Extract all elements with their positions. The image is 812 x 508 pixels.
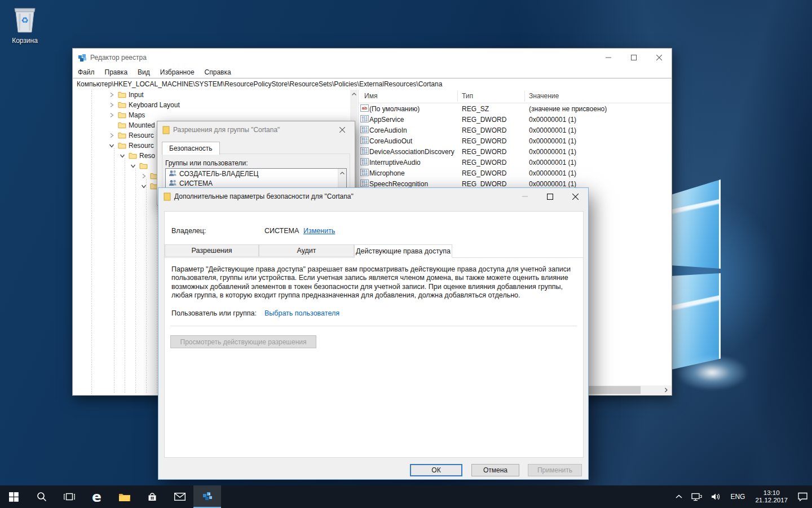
taskbar-task-view-button[interactable] (55, 485, 83, 508)
scroll-up-icon[interactable] (350, 90, 358, 98)
close-button[interactable] (646, 49, 672, 66)
start-icon (9, 492, 19, 502)
change-owner-link[interactable]: Изменить (303, 227, 335, 235)
value-data: 0x00000001 (1) (529, 126, 576, 134)
tray-chevron-up-icon[interactable] (671, 485, 687, 508)
group-list-item[interactable]: СИСТЕМА (166, 178, 346, 188)
search-icon (37, 492, 47, 502)
ok-button[interactable]: ОК (410, 464, 462, 476)
select-user-link[interactable]: Выбрать пользователя (264, 309, 339, 317)
scroll-right-icon[interactable] (662, 386, 670, 394)
address-bar[interactable]: Компьютер\HKEY_LOCAL_MACHINE\SYSTEM\Reso… (73, 78, 672, 90)
menu-item[interactable]: Вид (133, 66, 155, 78)
permissions-titlebar[interactable]: Разрешения для группы "Cortana" (157, 121, 355, 138)
recycle-bin[interactable]: ♻ Корзина (5, 5, 45, 45)
column-name[interactable]: Имя (364, 92, 377, 100)
value-name: Microphone (369, 169, 405, 177)
folder-icon (129, 152, 137, 159)
tree-item-label: Maps (129, 111, 145, 119)
advanced-security-dialog: Дополнительные параметры безопасности дл… (158, 187, 589, 480)
chevron-down-icon[interactable] (120, 153, 125, 159)
clock[interactable]: 13:10 21.12.2017 (749, 489, 793, 504)
regedit-app-icon (78, 53, 87, 62)
registry-value-row[interactable]: 011110MicrophoneREG_DWORD0x00000001 (1) (359, 168, 672, 178)
users-icon (169, 170, 177, 177)
desktop: ♻ Корзина Редактор реестра ФайлПравкаВид… (0, 0, 812, 508)
registry-value-row[interactable]: 011110InterruptiveAudioREG_DWORD0x000000… (359, 157, 672, 168)
tab-permissions[interactable]: Разрешения (165, 244, 259, 257)
tab-auditing[interactable]: Аудит (259, 244, 354, 257)
minimize-button[interactable] (512, 188, 537, 205)
taskbar-search-button[interactable] (28, 485, 55, 508)
volume-icon[interactable] (707, 485, 726, 508)
column-type[interactable]: Тип (462, 92, 473, 100)
file-explorer-icon (118, 492, 131, 502)
chevron-right-icon[interactable] (109, 102, 114, 108)
tree-item[interactable]: Maps (73, 110, 350, 120)
value-type: REG_DWORD (462, 137, 506, 145)
taskbar-file-explorer-button[interactable] (111, 485, 138, 508)
chevron-down-icon[interactable] (109, 143, 114, 148)
tree-item-label: Reso (139, 152, 155, 160)
menu-item[interactable]: Избранное (155, 66, 200, 78)
taskbar-mail-button[interactable] (166, 485, 193, 508)
value-name: CoreAudioOut (369, 137, 412, 145)
group-list-item[interactable]: СОЗДАТЕЛЬ-ВЛАДЕЛЕЦ (166, 169, 346, 178)
dword-value-icon: 011110 (360, 115, 369, 122)
tree-guide-line (146, 179, 147, 393)
value-data: 0x00000001 (1) (529, 169, 576, 177)
menu-item[interactable]: Справка (200, 66, 236, 78)
chevron-right-icon[interactable] (109, 133, 114, 138)
column-data[interactable]: Значение (529, 92, 559, 100)
taskbar-regedit-button[interactable] (193, 485, 221, 508)
value-data: (значение не присвоено) (529, 105, 607, 113)
minimize-button[interactable] (595, 49, 621, 66)
registry-value-row[interactable]: 011110AppServiceREG_DWORD0x00000001 (1) (359, 114, 672, 125)
chevron-down-icon[interactable] (141, 183, 147, 189)
folder-icon (118, 101, 126, 108)
values-header[interactable]: Имя Тип Значение (359, 90, 672, 103)
address-path: Компьютер\HKEY_LOCAL_MACHINE\SYSTEM\Reso… (77, 80, 442, 88)
close-icon[interactable] (329, 121, 355, 138)
cancel-button[interactable]: Отмена (471, 464, 519, 476)
taskbar-store-button[interactable] (138, 485, 166, 508)
registry-value-row[interactable]: 011110DeviceAssociationDiscoveryREG_DWOR… (359, 146, 672, 157)
menu-item[interactable]: Правка (100, 66, 133, 78)
chevron-right-icon[interactable] (109, 92, 114, 98)
tab-effective-access[interactable]: Действующие права доступа (354, 244, 452, 258)
registry-value-row[interactable]: ab(По умолчанию)REG_SZ(значение не присв… (359, 103, 672, 114)
tree-item[interactable]: Input (73, 90, 350, 100)
view-effective-permissions-button[interactable]: Просмотреть действующие разрешения (170, 335, 316, 348)
tree-guide-line (135, 169, 136, 393)
folder-icon (139, 162, 148, 169)
chevron-right-icon[interactable] (141, 173, 147, 179)
advanced-content-panel: Владелец: СИСТЕМА Изменить РазрешенияАуд… (164, 211, 584, 458)
maximize-button[interactable] (537, 188, 563, 205)
apply-button[interactable]: Применить (528, 464, 582, 476)
regedit-titlebar[interactable]: Редактор реестра (73, 49, 672, 66)
svg-text:♻: ♻ (21, 15, 28, 25)
owner-value: СИСТЕМА (264, 227, 299, 235)
tab-security[interactable]: Безопасность (162, 142, 220, 155)
group-name: СИСТЕМА (179, 179, 213, 187)
effective-access-description: Параметр "Действующие права доступа" раз… (171, 265, 576, 300)
group-name: СОЗДАТЕЛЬ-ВЛАДЕЛЕЦ (179, 170, 258, 178)
language-indicator[interactable]: ENG (726, 485, 749, 508)
close-button[interactable] (563, 188, 588, 205)
taskbar-start-button[interactable] (0, 485, 28, 508)
system-tray: ENG 13:10 21.12.2017 (671, 485, 812, 508)
dword-value-icon: 011110 (360, 179, 369, 187)
chevron-right-icon[interactable] (109, 112, 114, 118)
string-value-icon: ab (360, 104, 369, 112)
registry-value-row[interactable]: 011110CoreAudioInREG_DWORD0x00000001 (1) (359, 125, 672, 135)
chevron-down-icon[interactable] (130, 163, 136, 169)
registry-value-row[interactable]: 011110CoreAudioOutREG_DWORD0x00000001 (1… (359, 135, 672, 146)
maximize-button[interactable] (621, 49, 646, 66)
tree-item[interactable]: Keyboard Layout (73, 100, 350, 110)
network-icon[interactable] (687, 485, 707, 508)
advanced-titlebar[interactable]: Дополнительные параметры безопасности дл… (158, 188, 588, 205)
action-center-icon[interactable] (793, 485, 812, 508)
dword-value-icon: 011110 (360, 137, 369, 144)
menu-item[interactable]: Файл (73, 66, 100, 78)
taskbar-edge-button[interactable]: e (83, 485, 111, 508)
